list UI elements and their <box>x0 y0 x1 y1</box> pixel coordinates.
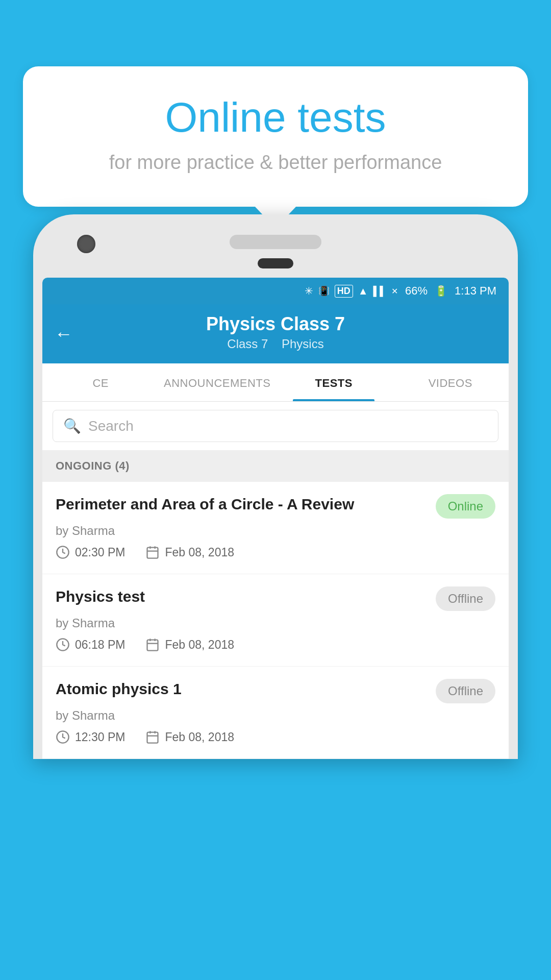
test-item-header-1: Physics test Offline <box>56 586 495 611</box>
status-bar: ✳ 📳 HD ▲ ▌▌ ✕ 66% 🔋 1:13 PM <box>42 278 509 304</box>
header-title: Physics Class 7 <box>55 313 496 335</box>
header-subtitle: Class 7 Physics <box>55 337 496 351</box>
search-icon: 🔍 <box>63 418 81 434</box>
test-author-2: by Sharma <box>56 708 495 723</box>
header-subject: Physics <box>282 337 324 351</box>
clock-icon-2 <box>56 730 70 744</box>
speaker <box>230 235 321 249</box>
search-placeholder: Search <box>88 418 134 434</box>
calendar-icon-1 <box>145 638 160 652</box>
test-time-0: 02:30 PM <box>56 545 125 559</box>
tooltip-card: Online tests for more practice & better … <box>23 66 528 207</box>
status-badge-2: Offline <box>436 679 495 703</box>
tab-tests[interactable]: TESTS <box>276 363 392 401</box>
test-name-1: Physics test <box>56 586 145 606</box>
test-author-0: by Sharma <box>56 524 495 538</box>
test-item-2[interactable]: Atomic physics 1 Offline by Sharma 12:30… <box>42 667 509 759</box>
time-text: 1:13 PM <box>455 284 496 298</box>
test-date-1: Feb 08, 2018 <box>145 638 234 652</box>
phone-screen: ✳ 📳 HD ▲ ▌▌ ✕ 66% 🔋 1:13 PM ← <box>42 278 509 759</box>
network-icon: ✕ <box>391 286 398 296</box>
phone-outer: ✳ 📳 HD ▲ ▌▌ ✕ 66% 🔋 1:13 PM ← <box>33 214 518 759</box>
app-header: ← Physics Class 7 Class 7 Physics <box>42 304 509 363</box>
tab-announcements[interactable]: ANNOUNCEMENTS <box>159 363 276 401</box>
test-meta-0: 02:30 PM Feb 08, 2018 <box>56 545 495 559</box>
svg-rect-11 <box>147 732 158 743</box>
tabs-bar: CE ANNOUNCEMENTS TESTS VIDEOS <box>42 363 509 402</box>
battery-text: 66% <box>405 284 428 298</box>
test-time-2: 12:30 PM <box>56 730 125 744</box>
test-item-0[interactable]: Perimeter and Area of a Circle - A Revie… <box>42 482 509 574</box>
battery-icon: 🔋 <box>435 285 447 297</box>
tab-ce[interactable]: CE <box>42 363 159 401</box>
test-item-header-0: Perimeter and Area of a Circle - A Revie… <box>56 494 495 519</box>
signal-icon: ▌▌ <box>373 286 387 297</box>
status-icons: ✳ 📳 HD ▲ ▌▌ ✕ <box>305 285 398 298</box>
phone-mockup: ✳ 📳 HD ▲ ▌▌ ✕ 66% 🔋 1:13 PM ← <box>33 214 518 980</box>
tooltip-title: Online tests <box>54 94 497 140</box>
svg-rect-6 <box>147 640 158 651</box>
header-class: Class 7 <box>227 337 268 351</box>
tooltip-subtitle: for more practice & better performance <box>54 152 497 174</box>
test-item-1[interactable]: Physics test Offline by Sharma 06:18 PM <box>42 574 509 667</box>
back-button[interactable]: ← <box>55 323 73 345</box>
clock-icon-1 <box>56 638 70 652</box>
tab-videos[interactable]: VIDEOS <box>392 363 509 401</box>
status-badge-1: Offline <box>436 586 495 611</box>
status-badge-0: Online <box>436 494 495 519</box>
section-header: ONGOING (4) <box>42 450 509 482</box>
phone-top-bar <box>42 224 509 258</box>
calendar-icon-2 <box>145 730 160 744</box>
bluetooth-icon: ✳ <box>305 285 313 297</box>
test-meta-2: 12:30 PM Feb 08, 2018 <box>56 730 495 744</box>
test-name-0: Perimeter and Area of a Circle - A Revie… <box>56 494 354 514</box>
home-button <box>258 258 293 268</box>
svg-rect-1 <box>147 548 158 558</box>
search-container: 🔍 Search <box>42 402 509 450</box>
camera <box>77 235 95 253</box>
test-meta-1: 06:18 PM Feb 08, 2018 <box>56 638 495 652</box>
test-date-0: Feb 08, 2018 <box>145 545 234 559</box>
vibrate-icon: 📳 <box>318 285 330 297</box>
test-date-2: Feb 08, 2018 <box>145 730 234 744</box>
test-item-header-2: Atomic physics 1 Offline <box>56 679 495 703</box>
test-author-1: by Sharma <box>56 616 495 630</box>
hd-badge: HD <box>335 285 353 298</box>
clock-icon-0 <box>56 545 70 559</box>
search-bar[interactable]: 🔍 Search <box>53 410 498 442</box>
test-time-1: 06:18 PM <box>56 638 125 652</box>
wifi-icon: ▲ <box>358 285 368 297</box>
test-name-2: Atomic physics 1 <box>56 679 182 699</box>
calendar-icon-0 <box>145 545 160 559</box>
